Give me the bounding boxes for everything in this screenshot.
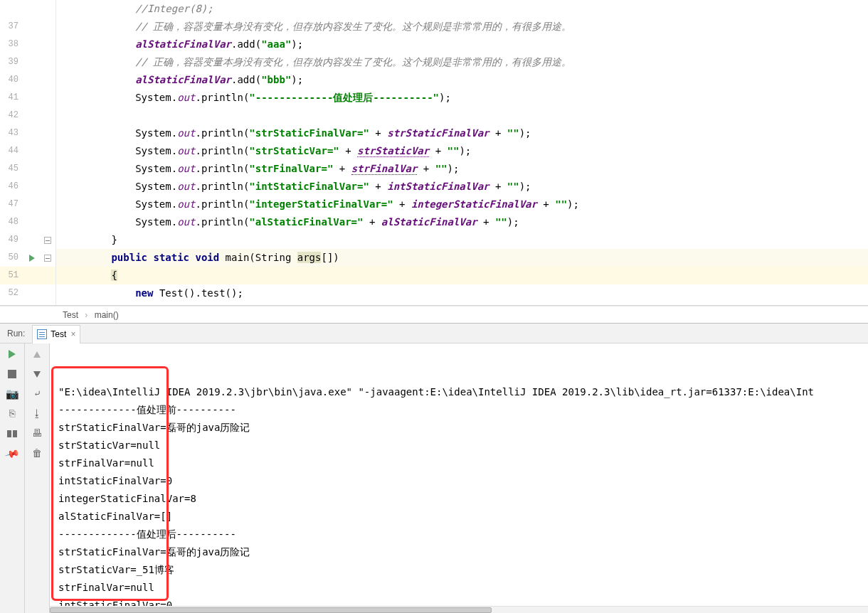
console-line: integerStaticFinalVar=8 — [58, 490, 859, 508]
camera-icon[interactable]: 📷 — [6, 388, 18, 400]
scrollbar-horizontal[interactable] — [50, 606, 868, 613]
layout-icon[interactable] — [6, 427, 18, 440]
run-toolbar-console: ⤶ ⭳ 🖶 🗑 — [25, 343, 50, 613]
line-number: 50 — [0, 249, 24, 267]
line-number: 46 — [0, 178, 24, 196]
run-tabs: Run: Test × — [0, 324, 868, 343]
run-config-icon — [37, 329, 47, 339]
line-number: 42 — [0, 107, 24, 124]
softwrap-icon[interactable]: ⤶ — [31, 388, 43, 400]
fold-icon[interactable] — [44, 237, 51, 244]
scroll-up-icon[interactable] — [31, 348, 43, 361]
gutter: 37 38 39 40 41 42 43 44 45 46 47 48 49 5… — [0, 0, 56, 305]
console-line: strStaticFinalVar=磊哥的java历险记 — [58, 419, 859, 437]
chevron-right-icon: › — [85, 310, 88, 320]
scroll-to-end-icon[interactable]: ⭳ — [31, 407, 43, 420]
run-tab[interactable]: Test × — [32, 325, 80, 343]
console-line: -------------值处理前---------- — [58, 401, 859, 419]
line-number: 43 — [0, 124, 24, 142]
run-gutter-icon[interactable] — [29, 255, 35, 262]
line-number: 37 — [0, 18, 24, 36]
console-line: strFinalVar=null — [58, 454, 859, 472]
line-number — [0, 0, 24, 18]
line-number: 51 — [0, 267, 24, 284]
line-number: 49 — [0, 231, 24, 249]
code-field: alStaticFinalVar — [135, 38, 231, 50]
close-icon[interactable]: × — [70, 329, 75, 339]
console-line: strFinalVar=null — [58, 579, 859, 597]
breadcrumb-item[interactable]: main() — [95, 310, 119, 320]
code-comment: // 正确，容器变量本身没有变化，但存放内容发生了变化。这个规则是非常常用的，有… — [135, 21, 571, 32]
breadcrumb-item[interactable]: Test — [63, 310, 78, 320]
fold-icon[interactable] — [44, 255, 51, 262]
run-panel: Run: Test × 📷 ⎘ 📌 ⤶ ⭳ 🖶 🗑 "E:\idea\Intel… — [0, 323, 868, 613]
run-tab-title: Test — [51, 329, 66, 339]
console-line: intStaticFinalVar=0 — [58, 472, 859, 490]
code-comment: // 正确，容器变量本身没有变化，但存放内容发生了变化。这个规则是非常常用的，有… — [135, 56, 571, 68]
line-number: 41 — [0, 89, 24, 107]
exit-icon[interactable]: ⎘ — [6, 407, 18, 420]
line-number: 44 — [0, 142, 24, 160]
scrollbar-thumb[interactable] — [50, 607, 492, 613]
console-line: "E:\idea\IntelliJ IDEA 2019.2.3\jbr\bin\… — [58, 383, 859, 401]
console-line: -------------值处理后---------- — [58, 526, 859, 543]
run-label: Run: — [0, 329, 32, 339]
console-output[interactable]: "E:\idea\IntelliJ IDEA 2019.2.3\jbr\bin\… — [50, 343, 868, 613]
line-number: 47 — [0, 196, 24, 213]
pin-icon[interactable]: 📌 — [4, 445, 21, 463]
breadcrumb[interactable]: Test › main() — [0, 306, 868, 323]
line-number: 39 — [0, 53, 24, 71]
rerun-icon[interactable] — [6, 348, 18, 361]
line-number: 40 — [0, 71, 24, 89]
console-line: strStaticVar=null — [58, 437, 859, 454]
console-line: alStaticFinalVar=[] — [58, 508, 859, 526]
line-number: 52 — [0, 284, 24, 302]
editor-area: 37 38 39 40 41 42 43 44 45 46 47 48 49 5… — [0, 0, 868, 306]
clear-icon[interactable]: 🗑 — [31, 447, 43, 460]
run-toolbar-left: 📷 ⎘ 📌 — [0, 343, 25, 613]
stop-icon[interactable] — [6, 368, 18, 380]
line-number: 45 — [0, 160, 24, 178]
print-icon[interactable]: 🖶 — [31, 427, 43, 440]
code-field: alStaticFinalVar — [135, 74, 231, 85]
code-comment: //Integer(8); — [135, 3, 213, 14]
console-line: strStaticVar=_51博客 — [58, 561, 859, 579]
console-line: strStaticFinalVar=磊哥的java历险记 — [58, 543, 859, 561]
line-number: 48 — [0, 213, 24, 231]
scroll-down-icon[interactable] — [31, 368, 43, 380]
code-editor[interactable]: //Integer(8); // 正确，容器变量本身没有变化，但存放内容发生了变… — [56, 0, 868, 305]
line-number: 38 — [0, 36, 24, 53]
